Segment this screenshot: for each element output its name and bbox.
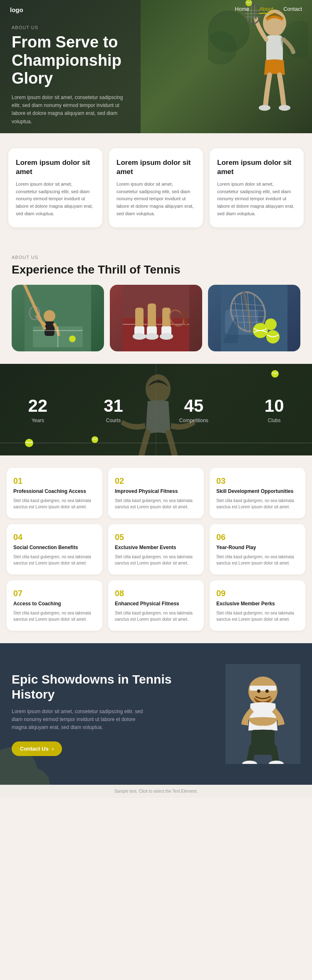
benefits-grid: 01 Professional Coaching Access Stet cli… <box>7 468 305 631</box>
stat-clubs-label: Clubs <box>265 418 284 423</box>
benefit-03-text: Stet clita kasd gubergren, no sea takima… <box>216 497 299 510</box>
photo-1-image <box>12 285 104 351</box>
benefit-08-title: Enhanced Physical Fitness <box>115 601 197 607</box>
cta-person-image <box>225 664 300 764</box>
svg-point-37 <box>160 333 173 340</box>
benefit-05: 05 Exclusive Member Events Stet clita ka… <box>108 524 204 575</box>
benefit-09-title: Exclusive Member Perks <box>216 601 299 607</box>
benefit-06-num: 06 <box>216 532 299 542</box>
benefit-02: 02 Improved Physical Fitness Stet clita … <box>108 468 204 518</box>
stat-competitions: 45 Competitions <box>179 396 208 423</box>
svg-point-36 <box>145 333 158 340</box>
hero-label: ABOUT US <box>12 25 130 30</box>
svg-point-11 <box>259 105 270 111</box>
card-2-title: Lorem ipsum dolor sit amet <box>116 158 196 177</box>
card-1-text: Lorem ipsum dolor sit amet, consetetur s… <box>16 181 95 217</box>
benefit-04-num: 04 <box>13 532 96 542</box>
card-3: Lorem ipsum dolor sit amet Lorem ipsum d… <box>210 148 304 227</box>
stat-years-label: Years <box>28 418 47 423</box>
benefit-02-title: Improved Physical Fitness <box>115 488 197 494</box>
benefit-07-text: Stet clita kasd gubergren, no sea takima… <box>13 610 96 622</box>
benefit-05-num: 05 <box>115 532 197 542</box>
svg-point-56 <box>146 374 171 403</box>
cards-section: Lorem ipsum dolor sit amet Lorem ipsum d… <box>0 133 312 242</box>
benefit-05-text: Stet clita kasd gubergren, no sea takima… <box>115 554 197 566</box>
benefit-01: 01 Professional Coaching Access Stet cli… <box>7 468 102 518</box>
photo-2-image <box>110 285 202 351</box>
nav-contact[interactable]: Contact <box>283 6 302 14</box>
benefit-03-num: 03 <box>216 476 299 486</box>
card-1: Lorem ipsum dolor sit amet Lorem ipsum d… <box>8 148 102 227</box>
about-label: ABOUT US <box>12 255 300 260</box>
benefit-08-text: Stet clita kasd gubergren, no sea takima… <box>115 610 197 622</box>
benefit-05-title: Exclusive Member Events <box>115 545 197 550</box>
benefits-section: 01 Professional Coaching Access Stet cli… <box>0 455 312 643</box>
stat-clubs-number: 10 <box>265 396 284 416</box>
cta-title: Epic Showdowns in Tennis History <box>12 672 217 702</box>
benefit-07-num: 07 <box>13 589 96 598</box>
card-1-title: Lorem ipsum dolor sit amet <box>16 158 95 177</box>
about-section: ABOUT US Experience the Thrill of Tennis <box>0 242 312 364</box>
hero-section: logo Home About Contact ABOUT US From Se… <box>0 0 312 133</box>
benefit-09-text: Stet clita kasd gubergren, no sea takima… <box>216 610 299 622</box>
card-2: Lorem ipsum dolor sit amet Lorem ipsum d… <box>109 148 203 227</box>
benefit-02-num: 02 <box>115 476 197 486</box>
stat-courts-number: 31 <box>104 396 123 416</box>
tennis-ball-deco-1 <box>25 439 33 447</box>
cta-player-svg <box>225 664 300 764</box>
svg-point-25 <box>69 336 76 342</box>
photo-3 <box>208 285 300 351</box>
svg-point-54 <box>265 318 277 330</box>
benefit-04-text: Stet clita kasd gubergren, no sea takima… <box>13 554 96 566</box>
stat-courts-label: Courts <box>104 418 123 423</box>
svg-point-67 <box>257 689 260 693</box>
svg-point-18 <box>44 310 55 322</box>
benefit-04: 04 Social Connection Benefits Stet clita… <box>7 524 102 575</box>
logo: logo <box>10 6 23 13</box>
benefit-06-text: Stet clita kasd gubergren, no sea takima… <box>216 554 299 566</box>
photo-3-image <box>208 285 300 351</box>
svg-point-60 <box>92 436 98 443</box>
svg-point-61 <box>271 370 279 378</box>
benefit-06-title: Year-Round Play <box>216 545 299 550</box>
about-title: Experience the Thrill of Tennis <box>12 263 300 276</box>
svg-rect-19 <box>45 321 54 336</box>
cta-section: Epic Showdowns in Tennis History Lorem i… <box>0 643 312 785</box>
svg-point-12 <box>279 105 290 111</box>
nav-home[interactable]: Home <box>235 6 250 14</box>
cta-bg-deco <box>0 701 83 785</box>
benefit-09-num: 09 <box>216 589 299 598</box>
benefit-03-title: Skill Development Opportunities <box>216 488 299 494</box>
benefit-01-title: Professional Coaching Access <box>13 488 96 494</box>
stat-years: 22 Years <box>28 396 47 423</box>
benefit-09: 09 Exclusive Member Perks Stet clita kas… <box>210 580 305 631</box>
benefit-04-title: Social Connection Benefits <box>13 545 96 550</box>
tennis-ball-deco-2 <box>92 436 98 443</box>
photo-1 <box>12 285 104 351</box>
benefit-02-text: Stet clita kasd gubergren, no sea takima… <box>115 497 197 510</box>
svg-rect-1 <box>266 35 283 62</box>
card-3-title: Lorem ipsum dolor sit amet <box>217 158 296 177</box>
card-2-text: Lorem ipsum dolor sit amet, consetetur s… <box>116 181 196 217</box>
stats-section: 22 Years 31 Courts 45 Competitions 10 Cl… <box>0 364 312 455</box>
hero-content: ABOUT US From Serve to Championship Glor… <box>0 0 141 133</box>
nav-about[interactable]: About <box>259 6 273 14</box>
benefit-07: 07 Access to Coaching Stet clita kasd gu… <box>7 580 102 631</box>
navbar: logo Home About Contact <box>0 0 312 20</box>
benefit-01-num: 01 <box>13 476 96 486</box>
card-3-text: Lorem ipsum dolor sit amet, consetetur s… <box>217 181 296 217</box>
hero-desc: Lorem ipsum dolor sit amet, consetetur s… <box>12 94 128 126</box>
benefit-06: 06 Year-Round Play Stet clita kasd guber… <box>210 524 305 575</box>
stat-competitions-label: Competitions <box>179 418 208 423</box>
footer-sample-text: Sample text. Click to select the Text El… <box>0 785 312 798</box>
benefit-03: 03 Skill Development Opportunities Stet … <box>210 468 305 518</box>
stat-courts: 31 Courts <box>104 396 123 423</box>
stat-years-number: 22 <box>28 396 47 416</box>
hero-player-image <box>208 0 308 133</box>
cards-grid: Lorem ipsum dolor sit amet Lorem ipsum d… <box>8 148 304 227</box>
hero-title: From Serve to Championship Glory <box>12 33 130 88</box>
svg-point-68 <box>265 689 269 693</box>
benefit-01-text: Stet clita kasd gubergren, no sea takima… <box>13 497 96 510</box>
benefit-08: 08 Enhanced Physical Fitness Stet clita … <box>108 580 204 631</box>
photo-2 <box>110 285 202 351</box>
